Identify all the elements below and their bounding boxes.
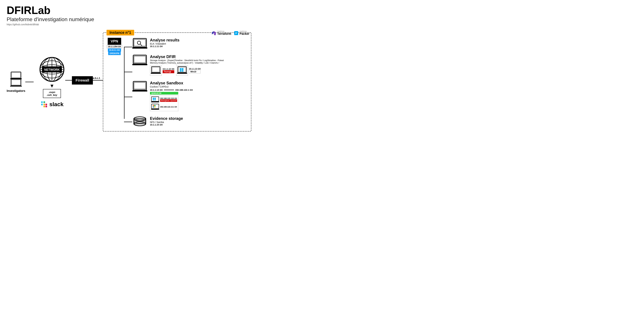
- investigators-section: Investigators: [7, 71, 25, 93]
- page-title: DFIRLab: [7, 5, 251, 16]
- svg-rect-36: [151, 73, 161, 74]
- instance-inner-layout: VPN 10.1.1.254 /24 10.8.0.1 /24 OPENVPN: [106, 38, 248, 128]
- tsurugi-laptop-icon: [151, 66, 161, 74]
- service-sub-dfir-1: Storage Analyze : [Super]Timeline : Sleu…: [150, 59, 248, 62]
- packer-label: Packer: [240, 32, 249, 36]
- page-subtitle: Plateforme d'investigation numérique: [7, 16, 251, 22]
- service-title-sandbox: Analyse Sandbox: [150, 81, 248, 85]
- h-connector-2: [65, 80, 72, 80]
- sandbox-line: [164, 90, 174, 90]
- service-details-storage: Evidence storage NFS / Samba 10.1.1.15 /…: [150, 116, 248, 126]
- abc-label: a.b.c.1: [93, 77, 100, 80]
- svg-rect-28: [132, 47, 147, 48]
- terraform-logo: HashiCorp Terraform: [212, 30, 231, 36]
- branch-2: [124, 72, 132, 72]
- service-title-storage: Evidence storage: [150, 116, 248, 121]
- storage-icon: [132, 116, 147, 128]
- vm1-ip: 192.168.122.110 /24: [160, 97, 177, 99]
- svg-rect-46: [132, 90, 147, 92]
- service-sub-storage: NFS / Samba: [150, 121, 248, 124]
- win10-laptop-wrapper: [176, 66, 188, 76]
- svg-rect-47: [134, 82, 146, 89]
- svg-marker-23: [212, 31, 214, 34]
- investigators-icon: [10, 71, 22, 87]
- file-line2: .ssh_key: [46, 94, 57, 96]
- firewall-box: Firewall: [72, 76, 93, 84]
- service-analyse-sandbox: Analyse Sandbox Cuckoo / CAPEv2 10.1.1.1…: [132, 81, 248, 111]
- vms-box: 192.168.122.110 /24 Winlogbeat / Sysmon: [150, 95, 178, 111]
- vpn-ip-blue2: OPENVPN: [108, 52, 121, 55]
- service-title-results: Analyse results: [150, 38, 248, 42]
- svg-rect-37: [152, 67, 160, 72]
- svg-rect-15: [41, 104, 43, 105]
- sandbox-ip: 10.1.1.14 /24: [150, 89, 162, 91]
- network-globe: NETWORK: [38, 56, 65, 83]
- svg-rect-60: [153, 106, 154, 108]
- instance-badge: Instance n°1: [106, 30, 134, 36]
- tree-backbone: [124, 47, 124, 119]
- svg-rect-17: [44, 101, 45, 103]
- investigators-label: Investigators: [7, 89, 25, 93]
- vm-winxp-icon: [151, 104, 159, 110]
- service-sub-dfir-2: Memory Analyze ("memory_autoanalyse.sh")…: [150, 62, 248, 64]
- branch-1: [124, 47, 132, 47]
- svg-rect-58: [153, 105, 154, 106]
- svg-rect-56: [151, 109, 159, 110]
- svg-rect-42: [182, 68, 184, 70]
- service-details-sandbox: Analyse Sandbox Cuckoo / CAPEv2 10.1.1.1…: [150, 81, 248, 111]
- service-analyse-dfir: Analyse DFIR Storage Analyze : [Super]Ti…: [132, 54, 248, 76]
- packer-logo: P HashiCorp Packer: [234, 30, 249, 36]
- svg-rect-34: [134, 56, 146, 63]
- win10-section: 10.1.1.13 /24 Win10: [176, 66, 200, 76]
- github-link[interactable]: https://github.com/kidrek/dfirlab: [7, 23, 251, 26]
- svg-rect-4: [10, 86, 22, 86]
- svg-rect-44: [182, 70, 184, 72]
- slack-text: slack: [50, 101, 64, 108]
- laptop-search-icon: [132, 38, 147, 50]
- tsurugi-laptop-wrapper: [150, 66, 162, 76]
- vm-row-1: 192.168.122.110 /24 Winlogbeat / Sysmon: [151, 96, 177, 103]
- laptop-icon-top: [10, 71, 22, 80]
- svg-rect-2: [12, 72, 20, 78]
- vpn-label: VPN: [111, 39, 118, 43]
- tsurugi-label: Tsurugi: [162, 70, 174, 73]
- diagram-layout: Investigators NETWORK: [7, 32, 251, 132]
- svg-text:P: P: [235, 32, 237, 34]
- svg-rect-20: [46, 106, 47, 107]
- page-header: DFIRLab Plateforme d'investigation numér…: [7, 5, 251, 26]
- network-section: NETWORK ▼ .ovpn .ssh_key slack: [38, 56, 65, 108]
- branch-3: [124, 97, 132, 97]
- vpn-ip-blue1: 10.8.0.1 /24: [108, 48, 121, 52]
- service-ip-results: 10.1.1.11 /24: [150, 45, 248, 48]
- svg-rect-16: [41, 101, 43, 103]
- svg-rect-53: [153, 99, 154, 100]
- svg-rect-41: [180, 68, 182, 70]
- win10-laptop-icon: [177, 66, 187, 74]
- vm-win10-icon: [151, 96, 159, 103]
- file-line1: .ovpn: [46, 91, 57, 94]
- svg-rect-19: [46, 104, 47, 105]
- service-sub-sandbox: Cuckoo / CAPEv2: [150, 85, 248, 88]
- tsurugi-section: 10.1.1.12 /24 Tsurugi: [150, 66, 174, 76]
- packer-hashicorp-label: HashiCorp: [240, 30, 249, 32]
- sandbox-ip-row: 10.1.1.14 /24 192.168.122.1 /24: [150, 89, 248, 91]
- svg-rect-43: [180, 70, 182, 72]
- svg-rect-33: [132, 64, 147, 65]
- svg-text:NETWORK: NETWORK: [44, 68, 60, 72]
- vm2-ip: 192.168.122.111 /24: [160, 106, 177, 108]
- arrow-down: ▼: [50, 83, 54, 89]
- svg-rect-59: [154, 105, 156, 106]
- service-sub-results: ELK / Elastalert: [150, 42, 248, 45]
- vm-row-2: 192.168.122.111 /24: [151, 104, 177, 110]
- svg-rect-49: [151, 102, 159, 102]
- tree-lines: [124, 38, 132, 128]
- service-details-dfir: Analyse DFIR Storage Analyze : [Super]Ti…: [150, 54, 248, 76]
- sandbox-vms: QEMU/KVM: [150, 92, 248, 111]
- service-evidence-storage: Evidence storage NFS / Samba 10.1.1.15 /…: [132, 116, 248, 128]
- svg-rect-52: [154, 98, 156, 99]
- investigators-to-network-line: [25, 82, 34, 82]
- svg-rect-61: [154, 106, 156, 108]
- service-title-dfir: Analyse DFIR: [150, 54, 248, 59]
- packer-icon: P: [234, 31, 238, 36]
- svg-rect-29: [134, 40, 146, 46]
